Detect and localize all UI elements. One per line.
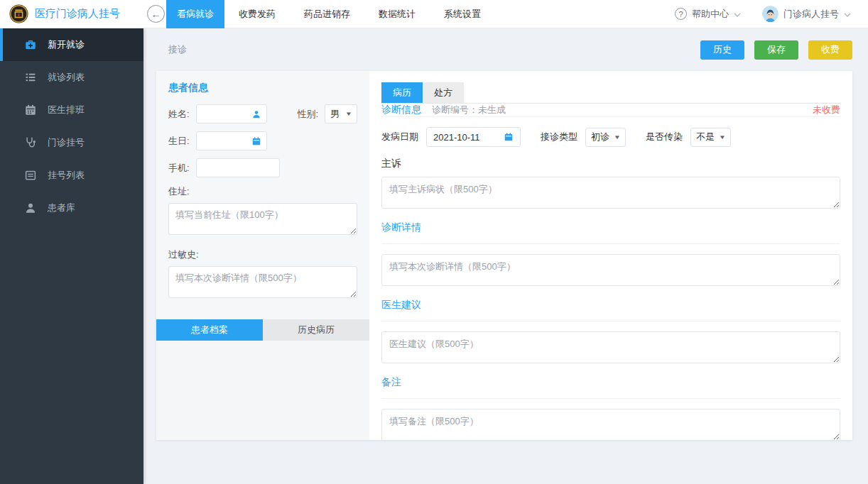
allergy-label: 过敏史: xyxy=(168,248,357,261)
nav-tab-outpatient[interactable]: 看病就诊 xyxy=(166,0,224,28)
visit-type-select[interactable]: 初诊 ▼ xyxy=(585,128,626,147)
sidebar-item-patient-library[interactable]: 患者库 xyxy=(0,192,143,224)
tab-medical-record[interactable]: 病历 xyxy=(381,82,423,103)
briefcase-medical-icon xyxy=(24,38,37,51)
app-brand: 医疗门诊病人挂号 xyxy=(0,4,142,23)
gender-value: 男 xyxy=(330,108,340,121)
diagnosis-info-row: 诊断信息 诊断编号：未生成 未收费 xyxy=(381,104,840,117)
breadcrumb: 接诊 xyxy=(168,43,187,56)
help-icon: ? xyxy=(675,8,687,20)
section-doctor-advice: 医生建议 xyxy=(381,288,840,365)
user-icon[interactable] xyxy=(251,109,261,119)
chief-complaint-label: 主诉 xyxy=(381,148,840,177)
onset-date-input[interactable] xyxy=(433,132,504,143)
address-label: 住址: xyxy=(168,185,357,198)
app-title: 医疗门诊病人挂号 xyxy=(35,7,120,21)
nav-tab-drug-inventory[interactable]: 药品进销存 xyxy=(290,0,364,28)
chevron-down-icon xyxy=(734,13,741,17)
user-menu-label: 门诊病人挂号 xyxy=(783,8,839,21)
save-button[interactable]: 保存 xyxy=(754,40,798,60)
section-remarks: 备注 xyxy=(381,365,840,443)
sidebar-item-doctor-schedule[interactable]: 医生排班 xyxy=(0,94,143,126)
visit-card: 患者信息 姓名: 性别: 男 ▼ 生日 xyxy=(156,71,852,440)
sidebar-item-label: 医生排班 xyxy=(48,104,85,116)
caret-down-icon: ▼ xyxy=(345,111,352,117)
birthday-field[interactable] xyxy=(196,131,267,150)
nav-tab-statistics[interactable]: 数据统计 xyxy=(364,0,430,28)
name-field[interactable] xyxy=(196,104,267,123)
calendar-icon[interactable] xyxy=(251,136,261,146)
register-list-icon xyxy=(24,169,37,182)
diagnosis-detail-textarea[interactable] xyxy=(381,254,840,286)
patient-info-title: 患者信息 xyxy=(168,82,357,94)
gender-label: 性别: xyxy=(297,108,325,121)
remarks-label: 备注 xyxy=(381,365,840,399)
section-chief-complaint: 主诉 xyxy=(381,148,840,211)
name-label: 姓名: xyxy=(168,108,196,121)
contagious-select[interactable]: 不是 ▼ xyxy=(690,128,731,147)
contagious-value: 不是 xyxy=(696,131,715,143)
phone-field[interactable] xyxy=(196,158,280,177)
charge-button[interactable]: 收费 xyxy=(808,40,852,60)
diagnosis-number-label: 诊断编号： xyxy=(432,104,478,115)
action-buttons: 历史 保存 收费 xyxy=(700,40,852,60)
sidebar-item-label: 患者库 xyxy=(48,202,75,214)
sidebar: 新开就诊 就诊列表 医生排班 xyxy=(0,28,143,484)
chief-complaint-textarea[interactable] xyxy=(381,177,840,209)
allergy-textarea[interactable] xyxy=(168,266,357,298)
section-diagnosis-detail: 诊断详情 xyxy=(381,211,840,288)
top-header: 医疗门诊病人挂号 ← 看病就诊 收费发药 药品进销存 数据统计 系统设置 ? 帮… xyxy=(0,0,868,28)
doctor-advice-textarea[interactable] xyxy=(381,331,840,363)
visit-type-label: 接诊类型 xyxy=(541,131,577,143)
nav-tab-charge-dispense[interactable]: 收费发药 xyxy=(224,0,290,28)
onset-date-picker[interactable] xyxy=(426,127,521,147)
sidebar-item-register-list[interactable]: 挂号列表 xyxy=(0,159,143,192)
tab-prescription[interactable]: 处方 xyxy=(423,82,464,103)
birthday-input[interactable] xyxy=(202,136,251,146)
sidebar-item-label: 就诊列表 xyxy=(48,71,85,84)
visit-type-value: 初诊 xyxy=(591,131,609,143)
diagnosis-number: 诊断编号：未生成 xyxy=(432,104,506,116)
gender-select[interactable]: 男 ▼ xyxy=(325,104,357,123)
record-panel: 病历 处方 诊断信息 诊断编号：未生成 未收费 发病日期 xyxy=(369,71,852,440)
sidebar-item-visit-list[interactable]: 就诊列表 xyxy=(0,61,143,94)
sidebar-item-outpatient-register[interactable]: 门诊挂号 xyxy=(0,126,143,159)
address-textarea[interactable] xyxy=(168,203,357,235)
diagnosis-detail-label: 诊断详情 xyxy=(381,211,840,244)
remarks-textarea[interactable] xyxy=(381,409,840,441)
chevron-down-icon xyxy=(844,13,851,17)
help-center-label: 帮助中心 xyxy=(692,8,729,21)
avatar xyxy=(762,6,779,22)
main-content: 接诊 历史 保存 收费 患者信息 姓名: 性别: xyxy=(143,28,868,484)
record-panel-tabs: 病历 处方 xyxy=(381,82,840,104)
birthday-label: 生日: xyxy=(168,135,196,148)
visit-controls-row: 发病日期 接诊类型 初诊 ▼ 是否传染 不是 xyxy=(381,127,840,147)
caret-down-icon: ▼ xyxy=(614,134,621,141)
payment-status-badge: 未收费 xyxy=(813,104,840,116)
history-button[interactable]: 历史 xyxy=(700,40,744,60)
sidebar-item-label: 新开就诊 xyxy=(48,38,85,51)
name-input[interactable] xyxy=(202,109,251,119)
top-nav: 看病就诊 收费发药 药品进销存 数据统计 系统设置 xyxy=(166,0,495,28)
onset-date-label: 发病日期 xyxy=(381,131,418,143)
list-icon xyxy=(24,71,37,84)
user-menu[interactable]: 门诊病人挂号 xyxy=(762,6,851,22)
phone-input[interactable] xyxy=(202,163,274,173)
header-right: ? 帮助中心 门诊病人挂号 xyxy=(675,6,868,22)
back-arrow-icon: ← xyxy=(151,9,161,19)
doctor-advice-label: 医生建议 xyxy=(381,288,840,321)
tab-patient-archive[interactable]: 患者档案 xyxy=(156,319,263,341)
phone-label: 手机: xyxy=(168,162,196,175)
sidebar-item-new-visit[interactable]: 新开就诊 xyxy=(0,28,143,61)
tab-history-records[interactable]: 历史病历 xyxy=(263,319,369,341)
help-center-menu[interactable]: ? 帮助中心 xyxy=(675,8,741,21)
sidebar-item-label: 门诊挂号 xyxy=(48,136,85,149)
calendar-icon[interactable] xyxy=(504,132,514,142)
back-button[interactable]: ← xyxy=(147,5,165,23)
calendar-icon xyxy=(24,104,37,116)
nav-tab-settings[interactable]: 系统设置 xyxy=(430,0,495,28)
page-toolbar: 接诊 历史 保存 收费 xyxy=(143,28,868,71)
contagious-label: 是否传染 xyxy=(646,131,683,143)
app-logo-icon xyxy=(9,4,28,23)
diagnosis-number-value: 未生成 xyxy=(478,104,506,115)
